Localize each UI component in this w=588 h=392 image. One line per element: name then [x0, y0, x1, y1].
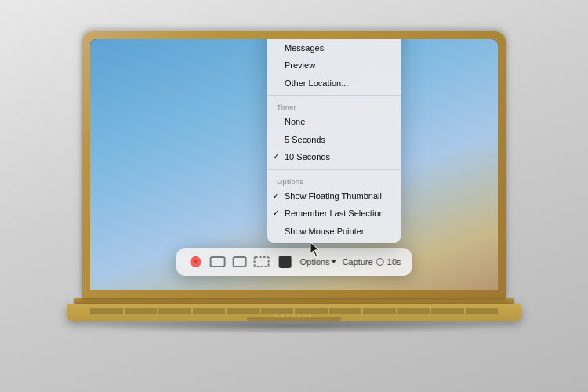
- laptop: Save to Desktop Documents Clipboard Mail…: [59, 31, 529, 361]
- key: [227, 308, 260, 314]
- options-dropdown: Save to Desktop Documents Clipboard Mail…: [267, 39, 401, 243]
- screen-bezel: Save to Desktop Documents Clipboard Mail…: [90, 39, 498, 290]
- window-icon: [232, 256, 248, 267]
- key: [90, 308, 123, 314]
- capture-label: Capture: [343, 257, 373, 267]
- screen-lid: Save to Desktop Documents Clipboard Mail…: [82, 31, 506, 298]
- fullscreen-mode-button[interactable]: [209, 253, 227, 270]
- menu-item-floating-thumbnail[interactable]: Show Floating Thumbnail: [267, 187, 401, 205]
- options-section-label: Options: [267, 173, 401, 187]
- stop-icon: [279, 256, 292, 268]
- fullscreen-icon: [210, 256, 226, 267]
- timer-value: 10s: [387, 257, 401, 267]
- separator-1: [267, 95, 401, 96]
- stop-recording-button[interactable]: [277, 253, 294, 270]
- key: [466, 308, 499, 314]
- svg-rect-1: [234, 257, 246, 267]
- menu-item-preview[interactable]: Preview: [267, 56, 401, 74]
- close-button[interactable]: [187, 253, 205, 270]
- selection-icon: [254, 256, 270, 267]
- laptop-base: MacBook: [67, 304, 521, 321]
- menu-item-none[interactable]: None: [267, 113, 401, 131]
- screen-content: Save to Desktop Documents Clipboard Mail…: [90, 39, 498, 290]
- menu-item-5seconds[interactable]: 5 Seconds: [267, 131, 401, 149]
- toolbar-icons: [187, 253, 270, 270]
- selection-mode-button[interactable]: [253, 253, 270, 270]
- options-label: Options: [300, 257, 330, 267]
- macbook-label: MacBook: [274, 313, 314, 318]
- svg-rect-3: [255, 257, 269, 267]
- menu-item-messages[interactable]: Messages: [267, 39, 401, 56]
- window-mode-button[interactable]: [231, 253, 249, 270]
- laptop-hinge: [74, 298, 514, 304]
- key: [329, 308, 362, 314]
- close-icon: [191, 256, 201, 267]
- key: [431, 308, 464, 314]
- mouse-cursor: [310, 241, 321, 257]
- screenshot-toolbar: Options Capture 10s: [176, 248, 412, 276]
- timer-icon: [376, 258, 384, 266]
- key: [363, 308, 396, 314]
- menu-item-other-location[interactable]: Other Location...: [267, 74, 401, 93]
- separator-2: [267, 169, 401, 170]
- menu-item-remember-selection[interactable]: Remember Last Selection: [267, 205, 401, 223]
- chevron-down-icon: [332, 260, 336, 263]
- options-button[interactable]: Options: [300, 257, 336, 267]
- key: [193, 308, 226, 314]
- key: [397, 308, 430, 314]
- svg-rect-0: [211, 257, 225, 267]
- key: [125, 308, 158, 314]
- timer-label: Timer: [267, 99, 401, 113]
- menu-item-show-pointer[interactable]: Show Mouse Pointer: [267, 223, 401, 241]
- key: [158, 308, 191, 314]
- capture-button[interactable]: Capture 10s: [343, 257, 401, 267]
- menu-item-10seconds[interactable]: 10 Seconds: [267, 148, 401, 166]
